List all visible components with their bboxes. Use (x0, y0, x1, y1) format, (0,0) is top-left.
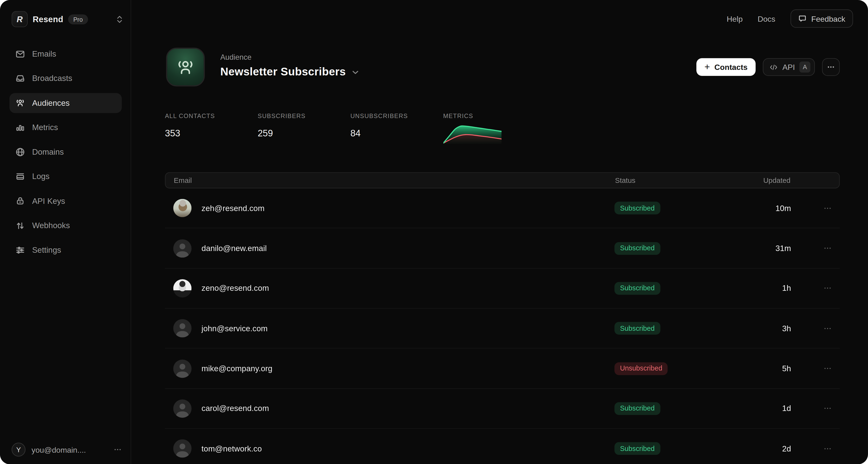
stat-unsubscribers: UNSUBSCRIBERS 84 (350, 113, 443, 144)
status-badge: Unsubscribed (615, 362, 668, 375)
row-ellipsis-icon[interactable] (791, 284, 840, 293)
feedback-icon (798, 14, 806, 23)
chevron-up-down-icon[interactable] (116, 15, 123, 24)
contact-email: carol@resend.com (202, 404, 269, 413)
status-badge: Subscribed (615, 282, 660, 295)
ellipsis-icon[interactable] (113, 445, 122, 454)
email-cell: tom@network.co (165, 439, 614, 458)
status-cell: Subscribed (615, 442, 734, 455)
audience-avatar (166, 48, 205, 86)
sidebar-item-domains[interactable]: Domains (9, 142, 122, 162)
sidebar-item-label: API Keys (32, 197, 65, 205)
user-email: you@domain.... (32, 445, 86, 454)
table-row[interactable]: john@service.com Subscribed 3h (165, 309, 840, 349)
contact-email: danilo@new.email (202, 244, 267, 253)
row-ellipsis-icon[interactable] (791, 244, 840, 253)
plus-icon: + (705, 61, 710, 72)
api-button[interactable]: API A (763, 58, 815, 76)
brand-name: Resend (33, 14, 63, 24)
stat-value: 353 (165, 128, 257, 139)
table-row[interactable]: carol@resend.com Subscribed 1d (165, 389, 840, 429)
row-ellipsis-icon[interactable] (791, 444, 840, 453)
sidebar-item-label: Metrics (32, 123, 58, 132)
table-row[interactable]: mike@company.org Unsubscribed 5h (165, 349, 840, 388)
row-ellipsis-icon[interactable] (791, 324, 840, 333)
sidebar-item-webhooks[interactable]: Webhooks (9, 215, 122, 236)
row-ellipsis-icon[interactable] (791, 404, 840, 413)
contact-avatar (173, 319, 192, 338)
contact-email: zeh@resend.com (202, 204, 265, 213)
avatar: Y (11, 442, 25, 456)
table-row[interactable]: tom@network.co Subscribed 2d (165, 429, 840, 464)
updated-cell: 2d (734, 444, 791, 453)
stat-label: SUBSCRIBERS (258, 113, 350, 120)
logs-icon (16, 172, 25, 181)
logo-letter: R (17, 14, 23, 24)
docs-link[interactable]: Docs (757, 14, 775, 23)
contact-avatar (173, 199, 192, 217)
sidebar: R Resend Pro Emails Broadcasts Audiences… (0, 0, 131, 464)
email-cell: mike@company.org (165, 359, 614, 378)
status-badge: Subscribed (615, 442, 660, 455)
chart-bars-icon (16, 123, 25, 132)
status-badge: Subscribed (615, 322, 660, 335)
row-ellipsis-icon[interactable] (791, 364, 840, 373)
status-badge: Subscribed (615, 202, 660, 214)
broadcast-icon (16, 74, 25, 83)
page-title-row[interactable]: Newsletter Subscribers (220, 65, 359, 78)
workspace-switcher[interactable]: R Resend Pro (11, 10, 123, 28)
updated-cell: 1d (734, 404, 791, 413)
arrows-up-down-icon (16, 221, 25, 230)
plan-badge: Pro (68, 14, 88, 24)
sidebar-item-settings[interactable]: Settings (9, 240, 122, 260)
sidebar-item-label: Audiences (32, 98, 69, 107)
updated-cell: 10m (734, 204, 791, 213)
sidebar-item-broadcasts[interactable]: Broadcasts (9, 68, 122, 88)
status-badge: Subscribed (615, 242, 660, 255)
row-ellipsis-icon[interactable] (791, 204, 840, 213)
table-row[interactable]: zeno@resend.com Subscribed 1h (165, 269, 840, 309)
lock-icon (16, 196, 25, 206)
add-contacts-button[interactable]: + Contacts (696, 58, 756, 76)
contact-avatar (173, 400, 192, 418)
sidebar-item-emails[interactable]: Emails (9, 44, 122, 64)
keyboard-shortcut-badge: A (799, 61, 810, 72)
sidebar-item-label: Domains (32, 147, 64, 156)
column-header-updated: Updated (735, 176, 790, 184)
chevron-down-icon (352, 70, 359, 75)
updated-cell: 3h (734, 324, 791, 333)
stat-metrics: METRICS (443, 113, 536, 144)
topbar: Help Docs Feedback (727, 9, 853, 28)
status-cell: Subscribed (615, 402, 734, 415)
contacts-table: Email Status Updated zeh@resend.com Subs… (165, 172, 840, 464)
contact-email: mike@company.org (202, 364, 273, 373)
users-icon (16, 98, 25, 108)
sidebar-item-label: Webhooks (32, 221, 70, 230)
status-cell: Subscribed (615, 282, 734, 295)
status-cell: Subscribed (615, 202, 734, 214)
sidebar-item-logs[interactable]: Logs (9, 167, 122, 186)
contact-email: tom@network.co (202, 444, 262, 453)
status-badge: Subscribed (615, 402, 660, 415)
stat-label: METRICS (443, 113, 536, 120)
sidebar-item-api-keys[interactable]: API Keys (9, 191, 122, 211)
sidebar-item-label: Settings (32, 246, 61, 255)
page-eyebrow: Audience (220, 53, 251, 61)
sidebar-item-label: Logs (32, 172, 49, 181)
table-row[interactable]: zeh@resend.com Subscribed 10m (165, 188, 840, 228)
sidebar-item-audiences[interactable]: Audiences (9, 93, 122, 113)
feedback-button[interactable]: Feedback (790, 9, 853, 28)
contact-email: john@service.com (202, 324, 268, 333)
sidebar-item-metrics[interactable]: Metrics (9, 117, 122, 137)
header-actions: + Contacts API A (696, 58, 840, 76)
api-label: API (782, 63, 795, 71)
contact-avatar (173, 359, 192, 378)
more-options-button[interactable] (822, 58, 840, 76)
help-link[interactable]: Help (727, 14, 743, 23)
contacts-label: Contacts (714, 63, 748, 71)
table-row[interactable]: danilo@new.email Subscribed 31m (165, 228, 840, 268)
sidebar-item-label: Emails (32, 49, 56, 58)
user-menu[interactable]: Y you@domain.... (11, 442, 122, 457)
code-icon (770, 63, 778, 71)
updated-cell: 1h (734, 284, 791, 293)
